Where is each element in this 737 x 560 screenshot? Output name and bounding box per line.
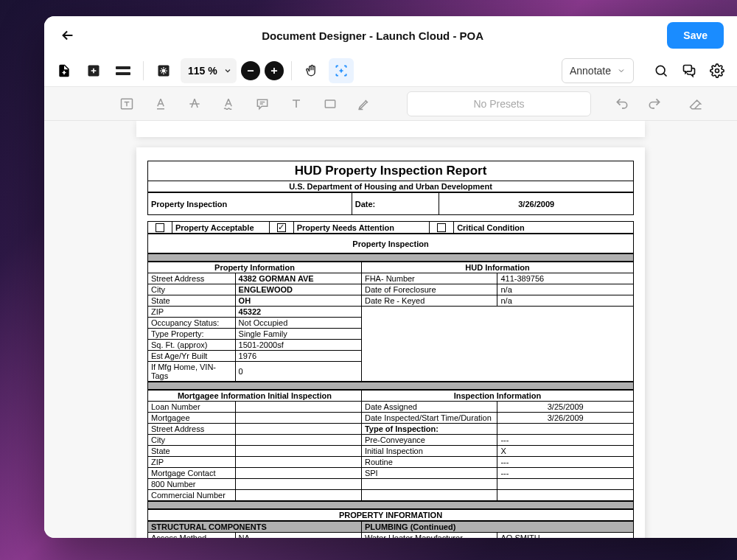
zoom-control[interactable]: 115 %: [181, 58, 237, 83]
date-row-table: Property Inspection Date: 3/26/2009: [147, 192, 634, 215]
rectangle-tool[interactable]: [317, 91, 343, 116]
pan-tool-button[interactable]: [299, 58, 324, 83]
back-button[interactable]: [57, 25, 78, 46]
gear-icon: [710, 63, 724, 78]
add-page-button[interactable]: [81, 58, 106, 83]
document-page: HUD Property Inspection Report U.S. Depa…: [136, 147, 645, 538]
highlighter-icon: [357, 97, 371, 111]
svg-point-5: [656, 66, 665, 74]
settings-button[interactable]: [705, 58, 730, 83]
svg-point-6: [716, 69, 719, 72]
shade-row: [147, 253, 634, 262]
arrow-left-icon: [60, 27, 76, 43]
redo-button[interactable]: [641, 91, 668, 116]
secondary-toolbar: No Presets: [44, 87, 737, 121]
date-value: 3/26/2009: [439, 193, 634, 215]
plus-square-icon: [86, 63, 101, 78]
svg-rect-8: [325, 100, 335, 108]
search-button[interactable]: [649, 58, 674, 83]
underline-a-icon: [153, 97, 168, 111]
doc-title: HUD Property Inspection Report: [147, 161, 634, 181]
page-title: Document Designer - Launch Cloud - POA: [78, 29, 667, 42]
undo-redo-group: [609, 91, 668, 116]
preset-selector[interactable]: No Presets: [407, 91, 591, 116]
text-box-icon: [119, 97, 134, 111]
svg-rect-2: [116, 72, 130, 75]
search-icon: [654, 63, 668, 78]
annotate-label: Annotate: [570, 65, 611, 77]
text-tool[interactable]: [283, 91, 310, 116]
text-box-tool[interactable]: [113, 91, 140, 116]
separator: [143, 61, 144, 80]
eraser-tool[interactable]: [682, 91, 709, 116]
property-hud-table: Property Information HUD Information Str…: [147, 262, 634, 382]
pi-label: Property Inspection: [148, 193, 352, 215]
document-settings-button[interactable]: [151, 58, 176, 83]
app-window: Document Designer - Launch Cloud - POA S…: [44, 16, 737, 538]
selection-icon: [334, 63, 349, 78]
gear-box-icon: [156, 63, 171, 78]
comments-button[interactable]: [677, 58, 702, 83]
minus-icon: [245, 66, 256, 76]
doc-subtitle: U.S. Department of Housing and Urban Dev…: [147, 181, 634, 192]
undo-button[interactable]: [609, 91, 635, 116]
structural-plumbing-table: STRUCTURAL COMPONENTS PLUMBING (Continue…: [147, 521, 634, 538]
strikethrough-tool[interactable]: [181, 91, 208, 116]
squiggly-tool[interactable]: [215, 91, 242, 116]
file-plus-icon: [57, 63, 71, 78]
eraser-icon: [688, 97, 703, 111]
zoom-label: 115 %: [185, 65, 220, 77]
primary-toolbar: 115 % Annotate: [44, 55, 737, 87]
zoom-in-button[interactable]: [265, 61, 284, 80]
layout-rows-button[interactable]: [111, 58, 136, 83]
new-document-button[interactable]: [52, 58, 77, 83]
svg-rect-1: [116, 66, 130, 69]
separator: [291, 61, 292, 80]
preset-placeholder: No Presets: [473, 98, 524, 110]
annotate-dropdown[interactable]: Annotate: [562, 58, 634, 83]
plus-icon: [269, 66, 279, 76]
status-table: Property Acceptable Property Needs Atten…: [147, 221, 634, 234]
chevron-down-icon: [223, 66, 232, 75]
svg-point-4: [162, 69, 166, 72]
date-label: Date:: [352, 193, 439, 215]
hand-icon: [304, 63, 319, 78]
chevron-down-icon: [617, 66, 626, 75]
select-tool-button[interactable]: [329, 58, 354, 83]
text-underline-tool[interactable]: [147, 91, 174, 116]
rectangle-icon: [323, 97, 338, 111]
mortgagee-inspection-table: Mortgagee Information Initial Inspection…: [147, 390, 634, 501]
rows-icon: [116, 66, 130, 75]
header-bar: Document Designer - Launch Cloud - POA S…: [44, 16, 737, 55]
redo-icon: [647, 97, 662, 111]
strikethrough-a-icon: [187, 97, 202, 111]
save-button[interactable]: Save: [667, 22, 724, 49]
text-t-icon: [289, 97, 304, 111]
undo-icon: [615, 97, 629, 111]
comment-icon: [255, 97, 270, 111]
zoom-out-button[interactable]: [241, 61, 260, 80]
section-label-table: Property Inspection: [147, 234, 634, 253]
page-edge: [136, 121, 645, 137]
comment-tool[interactable]: [249, 91, 276, 116]
document-viewport[interactable]: HUD Property Inspection Report U.S. Depa…: [44, 121, 737, 538]
squiggly-a-icon: [221, 97, 236, 111]
highlight-tool[interactable]: [351, 91, 377, 116]
toolbar-right-group: [649, 58, 730, 83]
comments-icon: [682, 63, 696, 78]
